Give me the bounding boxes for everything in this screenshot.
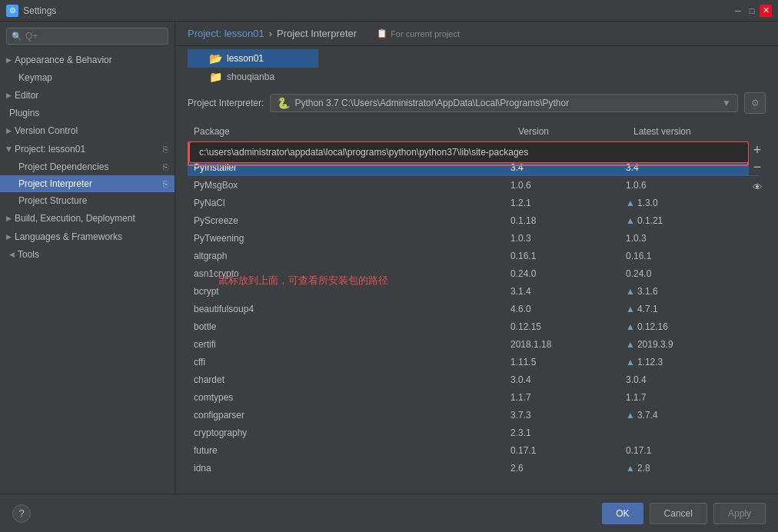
project-tree-item-lesson01[interactable]: 📂 lesson01	[188, 49, 318, 68]
pkg-version: 0.12.15	[504, 318, 620, 335]
table-row[interactable]: asn1crypto 0.24.0 0.24.0	[188, 265, 758, 283]
table-row[interactable]: PyTweening 1.0.3 1.0.3	[188, 230, 758, 248]
cancel-button[interactable]: Cancel	[650, 503, 707, 524]
pkg-latest	[620, 424, 758, 441]
sidebar-item-keymap[interactable]: Keymap	[0, 69, 175, 86]
breadcrumb-current: Project Interpreter	[277, 28, 357, 39]
sidebar-item-editor[interactable]: ▶ Editor	[0, 86, 175, 105]
pkg-latest: 0.24.0	[620, 265, 758, 282]
project-name: lesson01	[227, 53, 264, 64]
pkg-name: idna	[188, 460, 504, 477]
gear-button[interactable]: ⚙	[744, 92, 766, 114]
sidebar-item-tools[interactable]: ◀ Tools	[0, 246, 175, 263]
sidebar-item-label: Project Interpreter	[18, 178, 92, 189]
sidebar-item-appearance[interactable]: ▶ Appearance & Behavior	[0, 51, 175, 69]
window-title: Settings	[23, 5, 56, 16]
pkg-name: certifi	[188, 336, 504, 353]
sidebar-item-build[interactable]: ▶ Build, Execution, Deployment	[0, 209, 175, 228]
content-area: Project: lesson01 › Project Interpreter …	[175, 22, 778, 494]
arrow-icon: ▶	[6, 127, 12, 135]
table-body[interactable]: Pillow 5.2.0 ▲6.0.0 PyInstaller 3.4 3.4 …	[188, 141, 758, 487]
apply-button[interactable]: Apply	[713, 503, 766, 524]
remove-package-button[interactable]: −	[749, 158, 766, 175]
sidebar-item-label: Tools	[18, 249, 39, 260]
search-icon: 🔍	[12, 32, 22, 42]
interpreter-select[interactable]: 🐍 Python 3.7 C:\Users\Administrator\AppD…	[270, 94, 738, 112]
pkg-latest: ▲0.1.21	[620, 212, 758, 229]
sidebar-item-project-dependencies[interactable]: Project Dependencies ⎘	[0, 158, 175, 175]
table-row[interactable]: chardet 3.0.4 3.0.4	[188, 371, 758, 389]
pkg-latest: 0.17.1	[620, 442, 758, 459]
table-row[interactable]: bottle 0.12.15 ▲0.12.16	[188, 318, 758, 336]
python-icon: 🐍	[277, 97, 290, 109]
app-icon: ⚙	[6, 5, 18, 17]
pkg-version: 1.11.5	[504, 354, 620, 371]
arrow-icon: ▶	[6, 56, 12, 64]
help-button[interactable]: ?	[12, 504, 31, 523]
pkg-version: 3.1.4	[504, 283, 620, 300]
table-row[interactable]: bcrypt 3.1.4 ▲3.1.6	[188, 283, 758, 301]
eye-button[interactable]: 👁	[749, 178, 766, 195]
pkg-name: PyMsgBox	[188, 177, 504, 194]
maximize-button[interactable]: □	[746, 5, 758, 17]
arrow-icon: ▶	[6, 91, 12, 99]
table-row[interactable]: idna 2.6 ▲2.8	[188, 460, 758, 477]
sidebar-item-project-interpreter[interactable]: Project Interpreter ⎘	[0, 175, 175, 192]
gear-icon: ⚙	[751, 98, 760, 108]
sidebar-item-plugins[interactable]: Plugins	[0, 105, 175, 121]
ok-button[interactable]: OK	[602, 503, 643, 524]
interpreter-bar: Project Interpreter: 🐍 Python 3.7 C:\Use…	[175, 86, 778, 120]
pkg-latest: 3.0.4	[620, 371, 758, 388]
pkg-latest: ▲2.8	[620, 460, 758, 477]
pkg-name: cryptography	[188, 424, 504, 441]
sidebar-item-project[interactable]: ▶ Project: lesson01 ⎘	[0, 140, 175, 158]
sidebar-item-label: Project: lesson01	[15, 144, 85, 155]
arrow-icon: ▶	[6, 214, 12, 222]
title-bar: ⚙ Settings ─ □ ✕	[0, 0, 778, 22]
table-row[interactable]: configparser 3.7.3 ▲3.7.4	[188, 407, 758, 424]
col-package: Package	[188, 123, 512, 140]
pkg-version: 1.0.6	[504, 177, 620, 194]
search-input[interactable]	[25, 31, 163, 42]
pkg-name: configparser	[188, 407, 504, 424]
sidebar-item-label: Appearance & Behavior	[15, 55, 112, 65]
pkg-name: future	[188, 442, 504, 459]
pkg-name: PyNaCl	[188, 195, 504, 211]
table-row[interactable]: cffi 1.11.5 ▲1.12.3	[188, 354, 758, 371]
project-name-2: shouqianba	[227, 71, 274, 82]
table-row[interactable]: comtypes 1.1.7 1.1.7	[188, 389, 758, 407]
table-row[interactable]: beautifulsoup4 4.6.0 ▲4.7.1	[188, 301, 758, 318]
table-row[interactable]: PyScreeze 0.1.18 ▲0.1.21	[188, 212, 758, 230]
pkg-version: 2.3.1	[504, 424, 620, 441]
table-row[interactable]: PyMsgBox 1.0.6 1.0.6	[188, 177, 758, 195]
pkg-latest: ▲2019.3.9	[620, 336, 758, 353]
table-row[interactable]: future 0.17.1 0.17.1	[188, 442, 758, 460]
add-package-button[interactable]: +	[749, 141, 766, 158]
pkg-version: 3.7.3	[504, 407, 620, 424]
note-icon: 📋	[377, 28, 387, 38]
table-row[interactable]: PyNaCl 1.2.1 ▲1.3.0	[188, 195, 758, 212]
pkg-version: 2018.1.18	[504, 336, 620, 353]
minimize-button[interactable]: ─	[732, 5, 744, 17]
pkg-latest: 1.1.7	[620, 389, 758, 406]
pkg-name: bcrypt	[188, 283, 504, 300]
search-box[interactable]: 🔍	[6, 28, 168, 45]
arrow-icon: ▶	[6, 233, 12, 241]
pkg-version: 1.0.3	[504, 230, 620, 247]
sidebar-item-version-control[interactable]: ▶ Version Control	[0, 121, 175, 140]
table-row[interactable]: certifi 2018.1.18 ▲2019.3.9	[188, 336, 758, 354]
pkg-latest: ▲3.7.4	[620, 407, 758, 424]
table-row[interactable]: cryptography 2.3.1	[188, 424, 758, 442]
sidebar-item-label: Build, Execution, Deployment	[15, 213, 135, 224]
pkg-name: asn1crypto	[188, 265, 504, 282]
project-tree-item-shouqianba[interactable]: 📁 shouqianba	[188, 68, 318, 86]
table-row[interactable]: altgraph 0.16.1 0.16.1	[188, 248, 758, 265]
close-button[interactable]: ✕	[760, 5, 772, 17]
sidebar-item-project-structure[interactable]: Project Structure	[0, 192, 175, 209]
col-latest: Latest version	[627, 123, 766, 140]
pkg-version: 1.1.7	[504, 389, 620, 406]
pkg-version: 1.2.1	[504, 195, 620, 211]
sidebar-item-languages[interactable]: ▶ Languages & Frameworks	[0, 228, 175, 246]
interpreter-label: Project Interpreter:	[188, 98, 264, 108]
pkg-latest: 1.0.6	[620, 177, 758, 194]
